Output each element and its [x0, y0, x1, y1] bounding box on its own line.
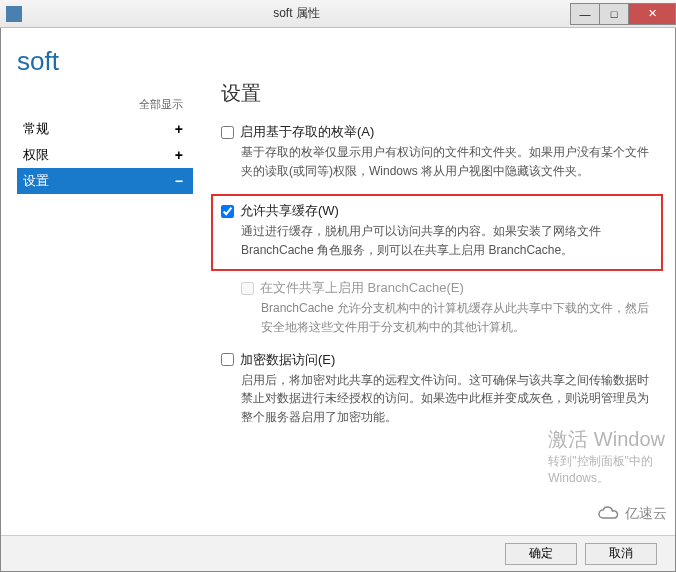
page-title: soft: [17, 46, 193, 77]
option-branchcache: 在文件共享上启用 BranchCache(E) BranchCache 允许分支…: [241, 279, 663, 336]
app-icon: [6, 6, 22, 22]
option-desc: 启用后，将加密对此共享的远程文件访问。这可确保与该共享之间传输数据时禁止对数据进…: [241, 371, 655, 427]
option-desc: 基于存取的枚举仅显示用户有权访问的文件和文件夹。如果用户没有某个文件夹的读取(或…: [241, 143, 655, 180]
close-button[interactable]: ✕: [628, 3, 676, 25]
highlight-box: 允许共享缓存(W) 通过进行缓存，脱机用户可以访问共享的内容。如果安装了网络文件…: [211, 194, 663, 271]
sidebar: soft 全部显示 常规 + 权限 + 设置 −: [1, 40, 193, 535]
checkbox-allow-caching[interactable]: [221, 205, 234, 218]
panel-heading: 设置: [221, 80, 663, 107]
option-access-based-enum: 启用基于存取的枚举(A) 基于存取的枚举仅显示用户有权访问的文件和文件夹。如果用…: [221, 123, 663, 180]
sidebar-item-permissions[interactable]: 权限 +: [17, 142, 193, 168]
dialog-content: soft 全部显示 常规 + 权限 + 设置 − 设置 启用基于存取的枚举(A): [0, 28, 676, 572]
option-label: 启用基于存取的枚举(A): [240, 123, 374, 141]
cloud-icon: [597, 506, 621, 522]
watermark-sub2: Windows。: [548, 470, 665, 487]
sidebar-item-label: 设置: [23, 172, 49, 190]
option-label: 加密数据访问(E): [240, 351, 335, 369]
option-row[interactable]: 启用基于存取的枚举(A): [221, 123, 655, 141]
sidebar-item-label: 权限: [23, 146, 49, 164]
show-all-link[interactable]: 全部显示: [17, 97, 193, 112]
expand-icon: +: [175, 121, 183, 137]
option-encrypt-data: 加密数据访问(E) 启用后，将加密对此共享的远程文件访问。这可确保与该共享之间传…: [221, 351, 663, 427]
sidebar-item-general[interactable]: 常规 +: [17, 116, 193, 142]
watermark-title: 激活 Window: [548, 426, 665, 453]
sidebar-item-label: 常规: [23, 120, 49, 138]
option-desc: BranchCache 允许分支机构中的计算机缓存从此共享中下载的文件，然后安全…: [261, 299, 655, 336]
main-area: soft 全部显示 常规 + 权限 + 设置 − 设置 启用基于存取的枚举(A): [1, 28, 675, 535]
checkbox-encrypt[interactable]: [221, 353, 234, 366]
option-desc: 通过进行缓存，脱机用户可以访问共享的内容。如果安装了网络文件 BranchCac…: [241, 222, 645, 259]
sidebar-item-settings[interactable]: 设置 −: [17, 168, 193, 194]
option-row[interactable]: 允许共享缓存(W): [221, 202, 645, 220]
checkbox-access-enum[interactable]: [221, 126, 234, 139]
ok-button[interactable]: 确定: [505, 543, 577, 565]
logo-text: 亿速云: [625, 505, 667, 523]
cancel-button[interactable]: 取消: [585, 543, 657, 565]
maximize-button[interactable]: □: [599, 3, 629, 25]
option-label: 在文件共享上启用 BranchCache(E): [260, 279, 464, 297]
minimize-button[interactable]: —: [570, 3, 600, 25]
option-label: 允许共享缓存(W): [240, 202, 339, 220]
checkbox-branchcache: [241, 282, 254, 295]
watermark-sub1: 转到"控制面板"中的: [548, 453, 665, 470]
button-bar: 确定 取消: [1, 535, 675, 571]
window-controls: — □ ✕: [571, 3, 676, 25]
logo-badge: 亿速云: [597, 505, 667, 523]
window-title: soft 属性: [22, 5, 571, 22]
option-row[interactable]: 加密数据访问(E): [221, 351, 655, 369]
expand-icon: +: [175, 147, 183, 163]
titlebar: soft 属性 — □ ✕: [0, 0, 676, 28]
activation-watermark: 激活 Window 转到"控制面板"中的 Windows。: [548, 426, 665, 487]
collapse-icon: −: [175, 173, 183, 189]
option-row: 在文件共享上启用 BranchCache(E): [241, 279, 655, 297]
option-allow-caching: 允许共享缓存(W) 通过进行缓存，脱机用户可以访问共享的内容。如果安装了网络文件…: [221, 202, 653, 259]
